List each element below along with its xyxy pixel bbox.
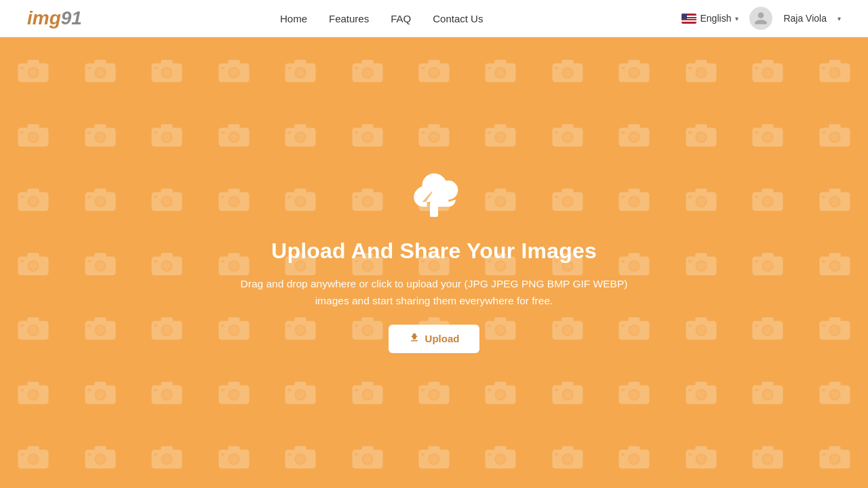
svg-rect-205: [152, 256, 182, 275]
svg-point-192: [829, 195, 840, 207]
svg-rect-40: [552, 63, 583, 82]
svg-rect-355: [418, 385, 449, 404]
svg-rect-401: [161, 446, 172, 451]
language-label: English: [701, 13, 732, 24]
svg-rect-99: [421, 131, 425, 133]
svg-point-33: [430, 68, 438, 77]
svg-point-62: [829, 66, 840, 78]
svg-point-82: [228, 131, 239, 142]
nav-faq[interactable]: FAQ: [391, 13, 411, 24]
svg-point-117: [695, 131, 707, 142]
svg-point-438: [630, 455, 638, 463]
svg-point-263: [29, 326, 37, 334]
svg-rect-350: [352, 385, 382, 404]
svg-rect-10: [152, 63, 182, 82]
camera-bg-icon: [334, 424, 400, 488]
camera-bg-icon: [467, 359, 534, 424]
logo[interactable]: img91: [27, 7, 82, 29]
svg-rect-9: [87, 66, 91, 68]
camera-bg-icon: [601, 359, 667, 424]
svg-rect-321: [829, 317, 840, 322]
svg-point-197: [28, 260, 39, 271]
svg-point-127: [829, 131, 840, 142]
svg-rect-185: [753, 192, 783, 211]
svg-rect-314: [688, 324, 692, 326]
camera-bg-icon: [802, 166, 868, 230]
nav-contact[interactable]: Contact Us: [433, 13, 483, 24]
svg-rect-264: [20, 324, 24, 326]
svg-rect-410: [285, 449, 316, 468]
svg-rect-439: [621, 453, 625, 455]
svg-rect-379: [688, 388, 692, 390]
svg-rect-29: [354, 66, 357, 68]
svg-rect-204: [87, 260, 91, 262]
nav-features[interactable]: Features: [329, 13, 369, 24]
language-selector[interactable]: English ▾: [682, 13, 739, 24]
svg-point-118: [697, 133, 705, 141]
svg-point-113: [630, 133, 638, 141]
svg-rect-455: [430, 202, 438, 217]
svg-point-357: [428, 388, 439, 400]
svg-point-92: [361, 131, 373, 142]
camera-bg-icon: [802, 424, 868, 488]
svg-point-372: [629, 388, 640, 400]
svg-point-363: [496, 390, 505, 399]
svg-rect-90: [352, 127, 382, 146]
camera-bg-icon: [134, 102, 200, 166]
svg-rect-85: [285, 127, 316, 146]
user-chevron-icon[interactable]: ▾: [837, 15, 841, 22]
camera-bg-icon: [734, 424, 801, 488]
svg-rect-180: [686, 192, 716, 211]
svg-point-257: [829, 260, 840, 271]
nav-home[interactable]: Home: [280, 13, 307, 24]
svg-rect-434: [555, 453, 558, 455]
svg-rect-4: [20, 66, 24, 68]
hero-subtitle: Drag and drop anywhere or click to uploa…: [231, 276, 637, 310]
svg-point-198: [29, 262, 37, 270]
svg-rect-21: [294, 60, 306, 64]
svg-rect-194: [822, 195, 825, 197]
svg-rect-360: [486, 385, 516, 404]
svg-rect-199: [20, 260, 24, 262]
svg-rect-75: [152, 127, 182, 146]
svg-rect-104: [488, 131, 491, 133]
svg-point-313: [697, 326, 705, 334]
svg-rect-419: [354, 453, 357, 455]
svg-rect-26: [361, 60, 373, 64]
svg-rect-351: [361, 382, 373, 386]
svg-rect-95: [418, 127, 449, 146]
camera-bg-icon: [134, 37, 200, 102]
svg-rect-189: [755, 195, 758, 197]
svg-rect-60: [819, 63, 850, 82]
svg-rect-196: [28, 253, 39, 258]
svg-rect-375: [686, 385, 716, 404]
camera-bg-icon: [334, 359, 400, 424]
svg-point-267: [94, 324, 106, 336]
svg-rect-390: [18, 449, 49, 468]
svg-rect-381: [762, 382, 774, 386]
upload-button[interactable]: Upload: [389, 325, 480, 353]
svg-point-13: [163, 68, 171, 77]
svg-rect-96: [428, 124, 439, 129]
svg-rect-344: [221, 388, 224, 390]
svg-rect-359: [421, 388, 425, 390]
svg-rect-259: [822, 260, 825, 262]
svg-point-317: [762, 324, 774, 336]
svg-rect-445: [753, 449, 783, 468]
svg-point-202: [94, 260, 106, 271]
svg-rect-409: [221, 453, 224, 455]
svg-point-58: [764, 68, 772, 77]
svg-point-77: [161, 131, 172, 142]
svg-rect-426: [495, 446, 507, 451]
camera-bg-icon: [668, 230, 734, 295]
svg-point-208: [163, 262, 171, 270]
svg-rect-209: [154, 260, 157, 262]
camera-bg-icon: [267, 37, 334, 102]
svg-rect-336: [161, 382, 172, 386]
svg-point-448: [764, 455, 772, 463]
svg-rect-374: [621, 388, 625, 390]
svg-rect-315: [753, 321, 783, 340]
svg-point-417: [361, 453, 373, 464]
svg-point-132: [28, 195, 39, 207]
svg-point-102: [495, 131, 507, 142]
